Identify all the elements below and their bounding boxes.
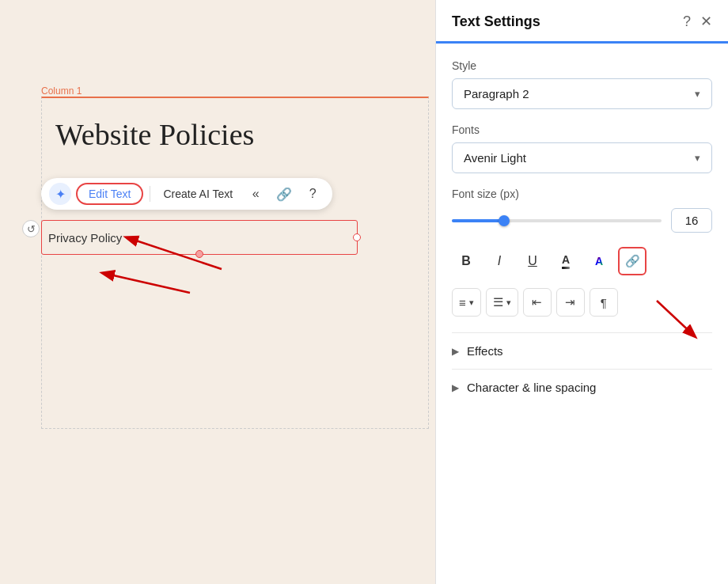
effects-label: Effects bbox=[467, 344, 503, 358]
effects-section[interactable]: ▶ Effects bbox=[452, 332, 712, 369]
fonts-chevron-icon: ▾ bbox=[695, 152, 700, 164]
fonts-label: Fonts bbox=[452, 123, 712, 136]
resize-handle-right[interactable] bbox=[353, 233, 361, 241]
undo-button[interactable]: ↺ bbox=[22, 220, 40, 237]
panel-help-icon[interactable]: ? bbox=[683, 13, 691, 30]
panel-header-actions: ? ✕ bbox=[683, 13, 712, 30]
style-label: Style bbox=[452, 59, 712, 72]
underline-button[interactable]: U bbox=[518, 247, 547, 275]
rtl-button[interactable]: ¶ bbox=[590, 288, 618, 317]
panel-header: Text Settings ? ✕ bbox=[436, 0, 728, 44]
sparkle-icon[interactable]: ✦ bbox=[49, 183, 71, 205]
panel-close-icon[interactable]: ✕ bbox=[700, 13, 712, 30]
font-color-button[interactable]: A bbox=[552, 247, 580, 275]
toolbar-divider bbox=[150, 186, 150, 202]
align-row: ≡ ▾ ☰ ▾ ⇤ ⇥ ¶ bbox=[452, 288, 712, 317]
right-panel: Text Settings ? ✕ Style Paragraph 2 ▾ Fo… bbox=[435, 0, 728, 584]
list-icon: ☰ bbox=[493, 295, 503, 309]
style-dropdown[interactable]: Paragraph 2 ▾ bbox=[452, 78, 712, 109]
font-size-section: Font size (px) bbox=[452, 188, 712, 233]
slider-track bbox=[452, 219, 662, 222]
italic-button[interactable]: I bbox=[485, 247, 514, 275]
create-ai-text-button[interactable]: Create AI Text bbox=[157, 184, 239, 203]
panel-title: Text Settings bbox=[452, 13, 540, 30]
canvas-area: Column 1 Website Policies ✦ Edit Text Cr… bbox=[0, 0, 435, 584]
panel-body: Style Paragraph 2 ▾ Fonts Avenir Light ▾… bbox=[436, 44, 728, 584]
bold-button[interactable]: B bbox=[452, 247, 480, 275]
font-size-label: Font size (px) bbox=[452, 188, 712, 200]
link-format-button[interactable]: 🔗 bbox=[618, 247, 646, 275]
format-row: B I U A A 🔗 bbox=[452, 247, 712, 275]
indent-button[interactable]: ⇥ bbox=[556, 288, 585, 317]
fonts-dropdown[interactable]: Avenir Light ▾ bbox=[452, 142, 712, 173]
align-left-icon: ≡ bbox=[459, 296, 466, 309]
font-size-slider-container[interactable] bbox=[452, 213, 662, 229]
resize-handle-bottom[interactable] bbox=[195, 250, 203, 258]
highlight-color-button[interactable]: A bbox=[585, 247, 613, 275]
font-size-row bbox=[452, 208, 712, 233]
text-element-content: Privacy Policy bbox=[48, 231, 122, 245]
effects-chevron-icon: ▶ bbox=[452, 346, 459, 357]
font-size-input[interactable] bbox=[671, 208, 712, 233]
character-spacing-label: Character & line spacing bbox=[467, 381, 596, 394]
list-dropdown-chevron: ▾ bbox=[506, 298, 511, 308]
page-title: Website Policies bbox=[55, 117, 254, 152]
align-left-dropdown[interactable]: ≡ ▾ bbox=[452, 288, 481, 317]
text-element-box[interactable]: Privacy Policy bbox=[41, 220, 358, 255]
style-dropdown-value: Paragraph 2 bbox=[464, 87, 529, 100]
back-icon-button[interactable]: « bbox=[244, 182, 267, 206]
fonts-dropdown-value: Avenir Light bbox=[464, 151, 526, 165]
character-spacing-section[interactable]: ▶ Character & line spacing bbox=[452, 369, 712, 405]
slider-thumb[interactable] bbox=[499, 215, 510, 226]
character-spacing-chevron-icon: ▶ bbox=[452, 382, 459, 393]
edit-text-button[interactable]: Edit Text bbox=[76, 183, 143, 205]
help-icon-button[interactable]: ? bbox=[301, 182, 324, 206]
list-dropdown[interactable]: ☰ ▾ bbox=[486, 288, 518, 317]
editor-toolbar: ✦ Edit Text Create AI Text « 🔗 ? bbox=[41, 178, 332, 210]
style-chevron-icon: ▾ bbox=[695, 88, 700, 100]
link-icon-button[interactable]: 🔗 bbox=[272, 182, 296, 206]
outdent-button[interactable]: ⇤ bbox=[523, 288, 552, 317]
column-label: Column 1 bbox=[41, 85, 82, 97]
slider-fill bbox=[452, 219, 504, 222]
align-dropdown-chevron: ▾ bbox=[469, 298, 474, 308]
